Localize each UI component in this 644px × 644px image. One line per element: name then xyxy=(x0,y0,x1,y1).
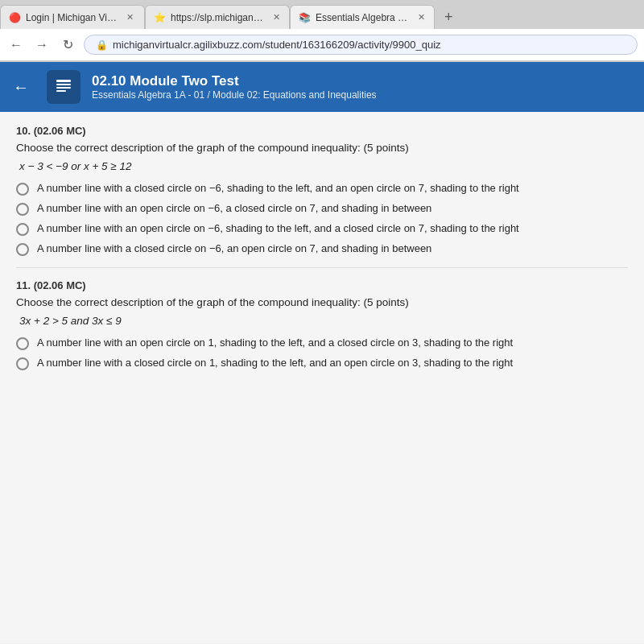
option-text-1-2: A number line with an open circle on −6,… xyxy=(37,202,431,214)
option-text-1-3: A number line with an open circle on −6,… xyxy=(37,222,519,234)
browser-tab-tab1[interactable]: 🔴 Login | Michigan Virtual ✕ xyxy=(0,5,145,29)
header-text: 02.10 Module Two Test Essentials Algebra… xyxy=(92,73,377,101)
option-2-1[interactable]: A number line with an open circle on 1, … xyxy=(16,336,628,350)
address-bar: ← → ↻ 🔒 michiganvirtualcr.agilixbuzz.com… xyxy=(0,29,644,61)
question-label-2: 11. (02.06 MC) xyxy=(16,279,628,291)
url-bar[interactable]: 🔒 michiganvirtualcr.agilixbuzz.com/stude… xyxy=(84,35,638,55)
browser-tab-tab2[interactable]: ⭐ https://slp.michiganvirtual.org/Fl ✕ xyxy=(145,5,290,29)
question-block-2: 11. (02.06 MC)Choose the correct descrip… xyxy=(16,279,628,370)
content-area: 10. (02.06 MC)Choose the correct descrip… xyxy=(0,112,644,643)
question-prompt-2: Choose the correct description of the gr… xyxy=(16,296,628,308)
option-1-3[interactable]: A number line with an open circle on −6,… xyxy=(16,222,628,236)
question-divider-0 xyxy=(16,267,628,268)
url-text: michiganvirtualcr.agilixbuzz.com/student… xyxy=(113,39,441,51)
option-text-2-2: A number line with a closed circle on 1,… xyxy=(37,357,513,369)
module-icon xyxy=(47,70,80,104)
question-options-2: A number line with an open circle on 1, … xyxy=(16,336,628,370)
tab-label: Essentials Algebra 1A - 01 - Activi xyxy=(316,12,412,23)
page-header: ← 02.10 Module Two Test Essentials Algeb… xyxy=(0,62,644,112)
radio-circle-1-4[interactable] xyxy=(16,243,29,256)
option-1-1[interactable]: A number line with a closed circle on −6… xyxy=(16,182,628,196)
tab-bar: 🔴 Login | Michigan Virtual ✕ ⭐ https://s… xyxy=(0,0,644,29)
tab-close-button[interactable]: ✕ xyxy=(272,11,281,24)
question-label-1: 10. (02.06 MC) xyxy=(16,125,628,137)
svg-rect-3 xyxy=(56,90,66,92)
question-block-1: 10. (02.06 MC)Choose the correct descrip… xyxy=(16,125,628,268)
tab-favicon: 📚 xyxy=(299,12,311,23)
radio-circle-1-3[interactable] xyxy=(16,223,29,236)
option-2-2[interactable]: A number line with a closed circle on 1,… xyxy=(16,357,628,370)
svg-rect-2 xyxy=(56,87,71,89)
option-1-2[interactable]: A number line with an open circle on −6,… xyxy=(16,202,628,216)
question-equation-2: 3x + 2 > 5 and 3x ≤ 9 xyxy=(16,315,628,327)
tab-label: https://slp.michiganvirtual.org/Fl xyxy=(171,12,267,23)
svg-rect-0 xyxy=(56,80,71,82)
tab-close-button[interactable]: ✕ xyxy=(124,11,136,24)
radio-circle-2-1[interactable] xyxy=(16,337,29,350)
option-text-1-4: A number line with a closed circle on −6… xyxy=(37,242,431,254)
lock-icon: 🔒 xyxy=(96,39,108,51)
svg-rect-1 xyxy=(56,84,71,85)
tab-favicon: 🔴 xyxy=(9,12,21,23)
radio-circle-2-2[interactable] xyxy=(16,357,29,370)
new-tab-button[interactable]: + xyxy=(435,5,463,29)
option-1-4[interactable]: A number line with a closed circle on −6… xyxy=(16,242,628,256)
browser-tab-tab3[interactable]: 📚 Essentials Algebra 1A - 01 - Activi ✕ xyxy=(290,5,435,29)
back-nav-button[interactable]: ← xyxy=(6,35,26,55)
module-subtitle: Essentials Algebra 1A - 01 / Module 02: … xyxy=(92,89,377,101)
module-title: 02.10 Module Two Test xyxy=(92,73,377,89)
question-options-1: A number line with a closed circle on −6… xyxy=(16,182,628,256)
option-text-1-1: A number line with a closed circle on −6… xyxy=(37,182,519,194)
radio-circle-1-2[interactable] xyxy=(16,203,29,216)
radio-circle-1-1[interactable] xyxy=(16,183,29,196)
page-back-button[interactable]: ← xyxy=(13,78,35,97)
question-equation-1: x − 3 < −9 or x + 5 ≥ 12 xyxy=(16,160,628,172)
forward-nav-button[interactable]: → xyxy=(32,35,52,55)
tab-close-button[interactable]: ✕ xyxy=(417,11,426,24)
option-text-2-1: A number line with an open circle on 1, … xyxy=(37,336,513,349)
tab-label: Login | Michigan Virtual xyxy=(26,12,119,23)
tab-favicon: ⭐ xyxy=(154,12,166,23)
question-prompt-1: Choose the correct description of the gr… xyxy=(16,142,628,154)
reload-button[interactable]: ↻ xyxy=(58,35,77,55)
